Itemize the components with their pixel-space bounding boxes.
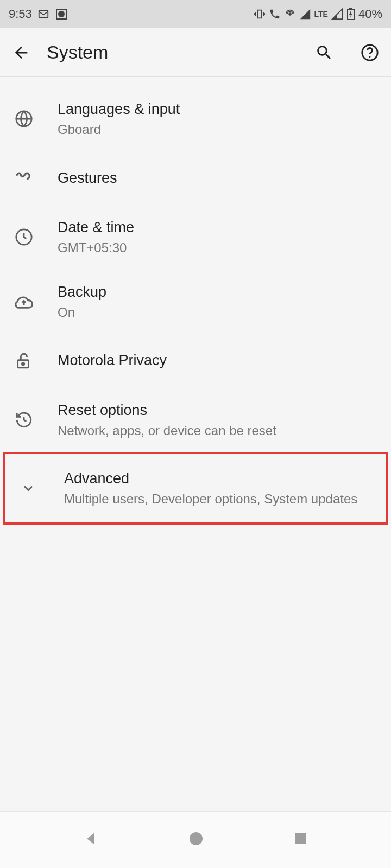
status-time: 9:53 (9, 7, 32, 21)
hotspot-icon (284, 8, 296, 20)
status-right: LTE 40% (254, 7, 382, 21)
svg-rect-5 (349, 8, 352, 10)
target-icon (55, 8, 68, 21)
unlock-icon (14, 351, 34, 371)
clock-icon (14, 227, 34, 247)
svg-point-7 (369, 56, 371, 58)
setting-motorola-privacy[interactable]: Motorola Privacy (0, 334, 391, 388)
chevron-down-icon (18, 478, 38, 498)
page-title: System (47, 42, 299, 63)
nav-bar (0, 811, 391, 868)
network-label: LTE (314, 10, 328, 18)
setting-backup[interactable]: Backup On (0, 270, 391, 334)
nav-home-button[interactable] (187, 830, 205, 850)
setting-title: Reset options (58, 401, 377, 420)
status-bar: 9:53 LTE 40% (0, 0, 391, 28)
nav-back-button[interactable] (82, 830, 99, 850)
signal-1-icon (299, 8, 311, 20)
setting-title: Languages & input (58, 100, 377, 119)
gmail-icon (37, 8, 49, 20)
setting-reset-options[interactable]: Reset options Network, apps, or device c… (0, 388, 391, 452)
gesture-icon (14, 168, 34, 188)
setting-title: Advanced (64, 469, 374, 488)
svg-point-2 (59, 11, 64, 17)
nav-recents-button[interactable] (293, 831, 309, 849)
setting-languages-input[interactable]: Languages & input Gboard (0, 87, 391, 151)
vibrate-icon (254, 8, 266, 20)
highlight-advanced: Advanced Multiple users, Developer optio… (3, 452, 388, 525)
globe-icon (14, 109, 34, 129)
setting-title: Gestures (58, 169, 377, 188)
setting-subtitle: GMT+05:30 (58, 239, 377, 256)
setting-gestures[interactable]: Gestures (0, 151, 391, 205)
settings-list: Languages & input Gboard Gestures Date &… (0, 77, 391, 525)
setting-subtitle: Multiple users, Developer options, Syste… (64, 490, 374, 507)
svg-point-3 (289, 13, 291, 15)
back-button[interactable] (12, 43, 30, 62)
search-button[interactable] (315, 43, 333, 62)
help-button[interactable] (361, 43, 379, 62)
cloud-upload-icon (14, 292, 34, 311)
battery-percent: 40% (358, 7, 382, 21)
battery-charging-icon (346, 8, 355, 21)
call-lte-icon (269, 8, 281, 20)
svg-rect-13 (295, 833, 306, 844)
setting-advanced[interactable]: Advanced Multiple users, Developer optio… (17, 469, 374, 507)
setting-date-time[interactable]: Date & time GMT+05:30 (0, 205, 391, 269)
setting-title: Motorola Privacy (58, 351, 377, 370)
svg-point-11 (22, 362, 24, 365)
setting-subtitle: On (58, 304, 377, 321)
setting-subtitle: Gboard (58, 121, 377, 138)
app-bar: System (0, 28, 391, 77)
setting-subtitle: Network, apps, or device can be reset (58, 422, 377, 439)
restore-icon (14, 410, 34, 430)
signal-2-icon (331, 8, 343, 20)
setting-title: Date & time (58, 218, 377, 237)
status-left: 9:53 (9, 7, 68, 21)
svg-point-12 (190, 832, 203, 845)
setting-title: Backup (58, 283, 377, 302)
